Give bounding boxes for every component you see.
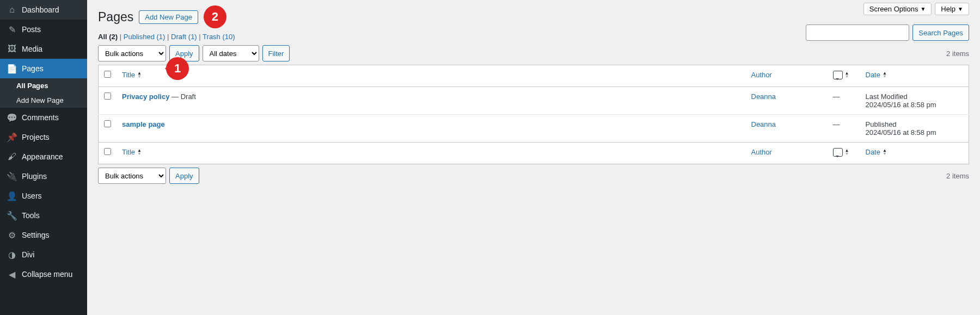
filter-draft[interactable]: Draft (1) bbox=[171, 33, 197, 41]
dashboard-icon: ⌂ bbox=[7, 4, 17, 15]
comments-icon: 💬 bbox=[7, 112, 17, 123]
sidebar-item-projects[interactable]: 📌Projects bbox=[0, 127, 87, 147]
sidebar-submenu: All Pages Add New Page bbox=[0, 78, 87, 108]
admin-sidebar: ⌂Dashboard ✎Posts 🖼Media 📄Pages All Page… bbox=[0, 0, 87, 315]
search-pages-button[interactable]: Search Pages bbox=[912, 24, 969, 41]
posts-icon: ✎ bbox=[7, 24, 17, 35]
collapse-icon: ◀ bbox=[7, 269, 17, 280]
col-title[interactable]: Title▲▼ bbox=[122, 71, 142, 79]
sidebar-item-label: Appearance bbox=[22, 152, 63, 161]
sidebar-item-settings[interactable]: ⚙Settings bbox=[0, 225, 87, 245]
sidebar-item-label: Users bbox=[22, 192, 42, 200]
dates-select[interactable]: All dates bbox=[203, 45, 259, 61]
row-author-link[interactable]: Deanna bbox=[751, 92, 776, 101]
comment-bubble-icon bbox=[833, 71, 843, 79]
row-select[interactable] bbox=[104, 92, 111, 100]
col-comments[interactable]: ▲▼ bbox=[833, 71, 849, 79]
row-date-value: 2024/05/16 at 8:58 pm bbox=[866, 101, 964, 109]
screen-options-button[interactable]: Screen Options▼ bbox=[863, 3, 932, 15]
sidebar-item-plugins[interactable]: 🔌Plugins bbox=[0, 166, 87, 186]
sidebar-item-label: Comments bbox=[22, 113, 59, 122]
row-title-link[interactable]: sample page bbox=[122, 120, 165, 128]
sort-icon: ▲▼ bbox=[845, 149, 849, 156]
caret-down-icon: ▼ bbox=[958, 6, 963, 12]
row-date-status: Published bbox=[866, 120, 964, 128]
col-title-bottom[interactable]: Title▲▼ bbox=[122, 148, 142, 156]
sidebar-item-appearance[interactable]: 🖌Appearance bbox=[0, 147, 87, 166]
row-author-link[interactable]: Deanna bbox=[751, 120, 776, 128]
items-count-bottom: 2 items bbox=[946, 172, 969, 180]
sidebar-item-label: Pages bbox=[22, 64, 44, 73]
bulk-actions-select-bottom[interactable]: Bulk actions bbox=[98, 168, 166, 184]
appearance-icon: 🖌 bbox=[7, 151, 17, 162]
plugins-icon: 🔌 bbox=[7, 171, 17, 182]
settings-icon: ⚙ bbox=[7, 230, 17, 240]
users-icon: 👤 bbox=[7, 190, 17, 201]
sidebar-item-collapse[interactable]: ◀Collapse menu bbox=[0, 264, 87, 284]
sort-icon: ▲▼ bbox=[137, 149, 142, 156]
sidebar-item-label: Plugins bbox=[22, 172, 47, 181]
media-icon: 🖼 bbox=[7, 44, 17, 54]
main-content: 1 Screen Options▼ Help▼ Pages Add New Pa… bbox=[87, 0, 980, 315]
sidebar-item-users[interactable]: 👤Users bbox=[0, 186, 87, 206]
row-comments: — bbox=[828, 87, 860, 115]
col-author: Author bbox=[746, 65, 828, 87]
sort-icon: ▲▼ bbox=[883, 149, 887, 156]
bulk-actions-select[interactable]: Bulk actions bbox=[98, 45, 166, 61]
sidebar-item-label: Posts bbox=[22, 25, 41, 34]
sidebar-item-label: Settings bbox=[22, 231, 50, 239]
caret-down-icon: ▼ bbox=[920, 6, 926, 12]
sidebar-item-label: Media bbox=[22, 45, 42, 53]
sidebar-item-label: Projects bbox=[22, 133, 50, 141]
select-all-top[interactable] bbox=[104, 71, 111, 78]
row-comments: — bbox=[828, 115, 860, 143]
row-date-value: 2024/05/16 at 8:58 pm bbox=[866, 128, 964, 137]
sidebar-item-dashboard[interactable]: ⌂Dashboard bbox=[0, 0, 87, 20]
sort-icon: ▲▼ bbox=[845, 72, 849, 78]
sidebar-item-media[interactable]: 🖼Media bbox=[0, 39, 87, 59]
row-title-link[interactable]: Privacy policy bbox=[122, 92, 169, 101]
page-title: Pages bbox=[98, 10, 133, 24]
sidebar-item-tools[interactable]: 🔧Tools bbox=[0, 206, 87, 225]
filter-all[interactable]: All (2) bbox=[98, 33, 118, 41]
help-button[interactable]: Help▼ bbox=[935, 3, 969, 15]
table-row: sample page Deanna — Published2024/05/16… bbox=[99, 115, 969, 143]
tools-icon: 🔧 bbox=[7, 210, 17, 221]
step-marker-1: 1 bbox=[166, 57, 189, 80]
projects-icon: 📌 bbox=[7, 132, 17, 143]
filter-button[interactable]: Filter bbox=[262, 45, 290, 61]
row-select[interactable] bbox=[104, 120, 111, 127]
sort-icon: ▲▼ bbox=[883, 72, 887, 78]
comment-bubble-icon bbox=[833, 148, 843, 157]
apply-bulk-button-bottom[interactable]: Apply bbox=[169, 168, 199, 184]
select-all-bottom[interactable] bbox=[104, 148, 111, 155]
filter-trash[interactable]: Trash (10) bbox=[203, 33, 235, 41]
items-count-top: 2 items bbox=[946, 50, 969, 58]
col-comments-bottom[interactable]: ▲▼ bbox=[833, 148, 849, 157]
col-date-bottom[interactable]: Date▲▼ bbox=[866, 148, 887, 156]
filter-published[interactable]: Published (1) bbox=[124, 33, 166, 41]
add-new-page-button[interactable]: Add New Page bbox=[139, 10, 198, 24]
col-date[interactable]: Date▲▼ bbox=[866, 71, 887, 79]
divi-icon: ◑ bbox=[7, 249, 17, 260]
col-author-bottom: Author bbox=[746, 143, 828, 164]
row-date-status: Last Modified bbox=[866, 92, 964, 101]
sidebar-item-comments[interactable]: 💬Comments bbox=[0, 108, 87, 127]
sidebar-item-posts[interactable]: ✎Posts bbox=[0, 20, 87, 39]
sidebar-item-label: Dashboard bbox=[22, 5, 59, 14]
search-input[interactable] bbox=[806, 24, 909, 41]
table-row: Privacy policy — Draft Deanna — Last Mod… bbox=[99, 87, 969, 115]
pages-icon: 📄 bbox=[7, 63, 17, 74]
sidebar-item-divi[interactable]: ◑Divi bbox=[0, 245, 87, 264]
sidebar-item-label: Collapse menu bbox=[22, 270, 72, 279]
sort-icon: ▲▼ bbox=[137, 72, 142, 78]
submenu-add-new-page[interactable]: Add New Page bbox=[0, 93, 87, 108]
pages-table: Title▲▼ Author ▲▼ Date▲▼ Privacy policy … bbox=[98, 65, 969, 164]
sidebar-item-pages[interactable]: 📄Pages bbox=[0, 59, 87, 78]
sidebar-item-label: Divi bbox=[22, 250, 34, 259]
step-marker-2: 2 bbox=[204, 5, 226, 28]
row-status-suffix: — Draft bbox=[169, 92, 195, 101]
sidebar-item-label: Tools bbox=[22, 211, 40, 220]
submenu-all-pages[interactable]: All Pages bbox=[0, 78, 87, 93]
